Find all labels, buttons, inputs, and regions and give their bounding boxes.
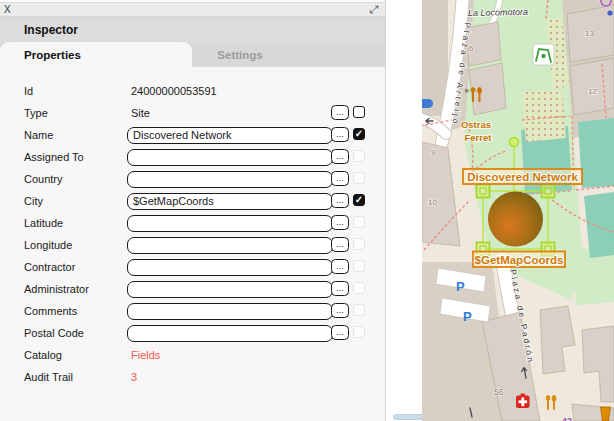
- ellipsis-button[interactable]: ...: [331, 325, 349, 340]
- checkbox-disabled: [353, 216, 365, 228]
- checkbox-disabled: [353, 260, 365, 272]
- field-input[interactable]: [127, 149, 333, 166]
- field-value: Site: [131, 107, 150, 119]
- map-svg: La Locomotora Plaza de Arteijo Plaza de …: [422, 0, 614, 421]
- field-label: Type: [24, 107, 48, 119]
- housenumber-12: 12: [588, 87, 597, 96]
- form-row-administrator: Administrator...: [0, 278, 385, 300]
- field-label: Assigned To: [24, 151, 84, 163]
- ellipsis-button[interactable]: ...: [331, 259, 349, 274]
- inspector-panel: X ⤢ Inspector Properties Settings Id2400…: [0, 0, 386, 421]
- ellipsis-button[interactable]: ...: [331, 281, 349, 296]
- ellipsis-button[interactable]: ...: [331, 105, 349, 120]
- form-row-contractor: Contractor...: [0, 256, 385, 278]
- site-marker[interactable]: [488, 192, 543, 247]
- housenumber-9: 9: [431, 148, 436, 157]
- form-row-type: TypeSite...: [0, 102, 385, 124]
- field-input[interactable]: [127, 215, 333, 232]
- tab-settings-label: Settings: [217, 49, 262, 61]
- checkbox-unchecked[interactable]: [353, 106, 365, 118]
- form-row-postal-code: Postal Code...: [0, 322, 385, 344]
- checkbox-checked[interactable]: ✓: [353, 194, 365, 206]
- anchor-handle[interactable]: [510, 138, 519, 147]
- checkbox-disabled: [353, 238, 365, 250]
- housenumber-56: 56: [494, 387, 504, 397]
- field-input[interactable]: [127, 281, 333, 298]
- ellipsis-button[interactable]: ...: [331, 171, 349, 186]
- checkbox-disabled: [353, 150, 365, 162]
- tab-bar: Properties Settings: [0, 42, 385, 67]
- map-view[interactable]: La Locomotora Plaza de Arteijo Plaza de …: [422, 0, 614, 421]
- ellipsis-button[interactable]: ...: [331, 149, 349, 164]
- checkbox-disabled: [353, 304, 365, 316]
- form-row-catalog: CatalogFields: [0, 344, 385, 366]
- field-input[interactable]: [127, 303, 333, 320]
- field-value: 24000000053591: [131, 85, 217, 97]
- form-row-city: City...✓: [0, 190, 385, 212]
- label-ferret: Ferret: [465, 132, 493, 143]
- tab-settings[interactable]: Settings: [192, 42, 288, 67]
- field-label: City: [24, 195, 43, 207]
- form-row-comments: Comments...: [0, 300, 385, 322]
- housenumber-6: 6: [469, 44, 474, 53]
- field-label: Postal Code: [24, 327, 84, 339]
- drink-icon: [601, 407, 611, 421]
- ellipsis-button[interactable]: ...: [331, 193, 349, 208]
- ellipsis-button[interactable]: ...: [331, 237, 349, 252]
- form-row-country: Country...: [0, 168, 385, 190]
- form-row-id: Id24000000053591: [0, 80, 385, 102]
- panel-title: Inspector: [0, 23, 78, 37]
- tab-properties[interactable]: Properties: [0, 42, 192, 67]
- label-la-locomotora: La Locomotora: [468, 7, 528, 18]
- housenumber-10: 10: [428, 198, 437, 207]
- inspector-header: Inspector: [0, 17, 385, 42]
- field-label: Latitude: [24, 217, 63, 229]
- ellipsis-button[interactable]: ...: [331, 303, 349, 318]
- tab-properties-label: Properties: [0, 49, 81, 61]
- ellipsis-button[interactable]: ...: [331, 127, 349, 142]
- playground-icon: [533, 44, 554, 65]
- field-label: Name: [24, 129, 53, 141]
- form-rows: Id24000000053591TypeSite...Name...✓Assig…: [0, 80, 385, 388]
- field-label: Longitude: [24, 239, 72, 251]
- field-label: Comments: [24, 305, 77, 317]
- bus-stop-icon: [422, 99, 433, 108]
- field-label: Contractor: [24, 261, 75, 273]
- checkbox-disabled: [353, 282, 365, 294]
- field-input[interactable]: [127, 237, 333, 254]
- poi-dot-icon: [607, 10, 612, 15]
- checkbox-checked[interactable]: ✓: [353, 128, 365, 140]
- field-label: Administrator: [24, 283, 89, 295]
- ellipsis-button[interactable]: ...: [331, 215, 349, 230]
- field-label: Catalog: [24, 349, 62, 361]
- label-ostras: Ostras: [461, 119, 491, 130]
- expand-icon[interactable]: ⤢: [369, 3, 378, 16]
- form-row-assigned-to: Assigned To...: [0, 146, 385, 168]
- marker-name-label: Discovered Network: [467, 171, 578, 183]
- form-row-audit-trail: Audit Trail3: [0, 366, 385, 388]
- parking-p-2: P: [463, 309, 472, 324]
- marker-city-label: $GetMapCoords: [475, 254, 564, 266]
- checkbox-disabled: [353, 326, 365, 338]
- field-label: Id: [24, 85, 33, 97]
- field-link[interactable]: 3: [131, 371, 137, 383]
- form-row-name: Name...✓: [0, 124, 385, 146]
- field-label: Audit Trail: [24, 371, 73, 383]
- field-link[interactable]: Fields: [131, 349, 160, 361]
- field-input[interactable]: [127, 127, 333, 144]
- field-input[interactable]: [127, 325, 333, 342]
- partial-shop-label: 42: [562, 416, 572, 421]
- field-input[interactable]: [127, 171, 333, 188]
- window-titlebar: X ⤢: [0, 3, 385, 17]
- form-row-latitude: Latitude...: [0, 212, 385, 234]
- housenumber-13: 13: [585, 29, 594, 38]
- close-icon[interactable]: X: [4, 3, 11, 16]
- checkbox-disabled: [353, 172, 365, 184]
- field-label: Country: [24, 173, 63, 185]
- pharmacy-icon: [516, 394, 530, 409]
- parking-p-1: P: [456, 279, 465, 294]
- form-row-longitude: Longitude...: [0, 234, 385, 256]
- field-input[interactable]: [127, 193, 333, 210]
- field-input[interactable]: [127, 259, 333, 276]
